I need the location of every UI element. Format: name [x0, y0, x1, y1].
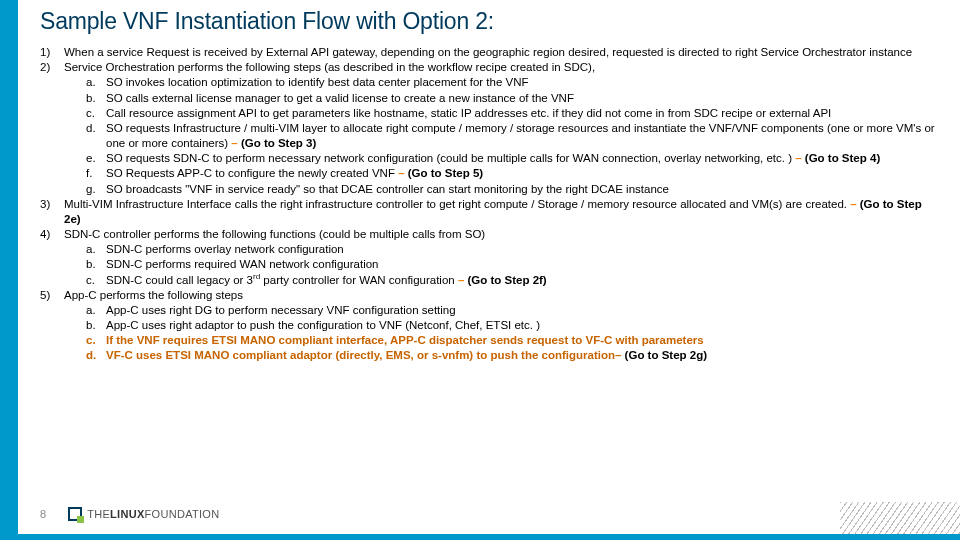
sub-list-item: b.App-C uses right adaptor to push the c… — [86, 318, 935, 333]
page-title: Sample VNF Instantiation Flow with Optio… — [40, 8, 935, 35]
main-content: Sample VNF Instantiation Flow with Optio… — [40, 8, 935, 364]
sub-list-item: d.VF-C uses ETSI MANO compliant adaptor … — [86, 348, 935, 363]
sub-list: a.SDN-C performs overlay network configu… — [86, 242, 935, 288]
left-accent-bar — [0, 0, 18, 540]
sub-letter: c. — [86, 106, 106, 121]
list-item-body: SDN-C controller performs the following … — [64, 227, 935, 288]
sub-letter: a. — [86, 303, 106, 318]
bottom-accent-strip — [18, 534, 960, 540]
list-item-body: App-C performs the following stepsa.App-… — [64, 288, 935, 364]
sub-text: Call resource assignment API to get para… — [106, 106, 935, 121]
sub-text: SO calls external license manager to get… — [106, 91, 935, 106]
sub-text: SDN-C performs required WAN network conf… — [106, 257, 935, 272]
sub-list-item: d.SO requests Infrastructure / multi-VIM… — [86, 121, 935, 151]
sub-letter: d. — [86, 348, 106, 363]
list-item-body: When a service Request is received by Ex… — [64, 45, 935, 60]
sub-list-item: a.SDN-C performs overlay network configu… — [86, 242, 935, 257]
footer: 8 THELINUXFOUNDATION — [40, 502, 219, 526]
linux-foundation-logo-text: THELINUXFOUNDATION — [87, 508, 219, 520]
page-number: 8 — [40, 508, 46, 520]
sub-text: VF-C uses ETSI MANO compliant adaptor (d… — [106, 348, 935, 363]
list-item-body: Service Orchestration performs the follo… — [64, 60, 935, 197]
sub-letter: c. — [86, 273, 106, 288]
sub-letter: a. — [86, 242, 106, 257]
list-item-body: Multi-VIM Infrastructure Interface calls… — [64, 197, 935, 227]
sub-list: a.App-C uses right DG to perform necessa… — [86, 303, 935, 364]
sub-list-item: b.SDN-C performs required WAN network co… — [86, 257, 935, 272]
list-number: 1) — [40, 45, 64, 60]
sub-text: App-C uses right adaptor to push the con… — [106, 318, 935, 333]
sub-letter: b. — [86, 318, 106, 333]
list-number: 5) — [40, 288, 64, 364]
sub-list-item: a.App-C uses right DG to perform necessa… — [86, 303, 935, 318]
sub-letter: a. — [86, 75, 106, 90]
sub-letter: b. — [86, 257, 106, 272]
sub-list-item: a.SO invokes location optimization to id… — [86, 75, 935, 90]
sub-letter: g. — [86, 182, 106, 197]
sub-letter: d. — [86, 121, 106, 151]
list-number: 3) — [40, 197, 64, 227]
sub-text: SO requests SDN-C to perform necessary n… — [106, 151, 935, 166]
sub-text: SDN-C performs overlay network configura… — [106, 242, 935, 257]
sub-text: SO Requests APP-C to configure the newly… — [106, 166, 935, 181]
sub-letter: e. — [86, 151, 106, 166]
sub-list-item: c.SDN-C could call legacy or 3rd party c… — [86, 273, 935, 288]
list-number: 2) — [40, 60, 64, 197]
numbered-list: 1)When a service Request is received by … — [40, 45, 935, 364]
logo-foundation: FOUNDATION — [145, 508, 220, 520]
sub-letter: f. — [86, 166, 106, 181]
sub-text: SO invokes location optimization to iden… — [106, 75, 935, 90]
sub-text: If the VNF requires ETSI MANO compliant … — [106, 333, 935, 348]
logo-linux: LINUX — [110, 508, 145, 520]
sub-list-item: c.Call resource assignment API to get pa… — [86, 106, 935, 121]
sub-text: App-C uses right DG to perform necessary… — [106, 303, 935, 318]
sub-text: SO requests Infrastructure / multi-VIM l… — [106, 121, 935, 151]
sub-list-item: f.SO Requests APP-C to configure the new… — [86, 166, 935, 181]
sub-letter: b. — [86, 91, 106, 106]
list-number: 4) — [40, 227, 64, 288]
sub-text: SO broadcasts "VNF in service ready" so … — [106, 182, 935, 197]
logo-the: THE — [87, 508, 110, 520]
sub-list-item: g.SO broadcasts "VNF in service ready" s… — [86, 182, 935, 197]
linux-foundation-icon — [68, 507, 82, 521]
sub-list: a.SO invokes location optimization to id… — [86, 75, 935, 196]
sub-text: SDN-C could call legacy or 3rd party con… — [106, 273, 935, 288]
sub-list-item: b.SO calls external license manager to g… — [86, 91, 935, 106]
sub-list-item: e.SO requests SDN-C to perform necessary… — [86, 151, 935, 166]
sub-list-item: c.If the VNF requires ETSI MANO complian… — [86, 333, 935, 348]
sub-letter: c. — [86, 333, 106, 348]
